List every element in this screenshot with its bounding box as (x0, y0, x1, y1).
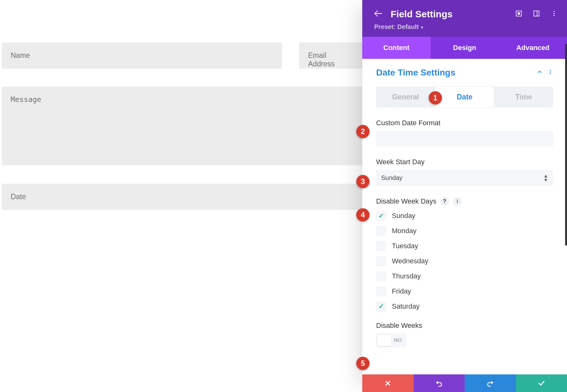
panel-layout-icon[interactable] (533, 10, 540, 18)
inner-tab-general[interactable]: General (376, 87, 435, 108)
panel-body: Date Time Settings General Date Time Cus… (362, 59, 567, 374)
svg-point-11 (457, 201, 458, 202)
name-input[interactable] (2, 42, 282, 69)
disable-week-days-label: Disable Week Days (376, 197, 437, 205)
date-input[interactable] (2, 184, 362, 210)
annotation-marker-2: 2 (356, 125, 369, 138)
day-label: Monday (392, 227, 416, 235)
tab-advanced[interactable]: Advanced (499, 37, 567, 59)
tab-content[interactable]: Content (362, 37, 431, 59)
svg-point-4 (553, 11, 555, 12)
select-caret-icon: ▲▼ (543, 174, 548, 182)
annotation-marker-3: 3 (356, 175, 369, 188)
disable-weeks-toggle[interactable]: NO (376, 333, 406, 347)
week-start-day-value: Sunday (381, 174, 403, 182)
form-canvas: Email Address (0, 0, 362, 210)
email-input[interactable]: Email Address (299, 42, 362, 69)
checkbox-icon (376, 226, 386, 236)
main-tabs: Content Design Advanced (362, 37, 567, 59)
toggle-knob (377, 335, 391, 346)
svg-rect-2 (534, 11, 539, 16)
svg-point-12 (457, 202, 458, 203)
collapse-icon[interactable] (537, 69, 542, 76)
option-more-icon[interactable] (453, 197, 462, 206)
day-label: Wednesday (392, 257, 428, 265)
custom-date-format-label: Custom Date Format (376, 119, 553, 127)
day-label: Sunday (392, 212, 415, 220)
section-more-icon[interactable] (547, 69, 553, 76)
toggle-value: NO (394, 337, 402, 344)
panel-title: Field Settings (391, 9, 509, 20)
inner-tab-time[interactable]: Time (494, 87, 553, 108)
svg-point-8 (550, 71, 551, 72)
preset-selector[interactable]: Preset: Default▼ (374, 23, 558, 31)
checkbox-icon (376, 256, 386, 266)
svg-rect-1 (518, 13, 520, 14)
week-start-day-label: Week Start Day (376, 158, 553, 166)
day-wednesday[interactable]: Wednesday (376, 256, 553, 266)
save-button[interactable] (516, 374, 567, 392)
tab-design[interactable]: Design (431, 37, 499, 59)
annotation-marker-1: 1 (429, 91, 442, 104)
field-settings-panel: Field Settings Preset: Default▼ Content … (362, 0, 567, 392)
day-sunday[interactable]: Sunday (376, 211, 553, 221)
custom-date-format-input[interactable] (376, 131, 553, 147)
inner-tabs: General Date Time (376, 87, 553, 108)
cancel-button[interactable] (362, 374, 414, 392)
day-label: Friday (392, 287, 411, 295)
more-vertical-icon[interactable] (551, 10, 558, 18)
day-saturday[interactable]: Saturday (376, 301, 553, 311)
expand-icon[interactable] (515, 10, 522, 18)
day-label: Saturday (392, 302, 420, 311)
svg-point-7 (550, 70, 551, 71)
svg-point-5 (553, 13, 555, 14)
day-thursday[interactable]: Thursday (376, 271, 553, 281)
checkbox-icon (376, 241, 386, 251)
chevron-down-icon: ▼ (420, 25, 424, 30)
day-monday[interactable]: Monday (376, 226, 553, 236)
svg-point-9 (550, 73, 551, 74)
preset-label: Preset: Default (374, 23, 419, 30)
back-icon[interactable] (374, 9, 383, 19)
annotation-marker-4: 4 (356, 208, 369, 221)
svg-point-10 (457, 200, 458, 201)
inner-tab-date[interactable]: Date (435, 87, 494, 108)
help-icon[interactable]: ? (440, 197, 449, 206)
message-input[interactable] (2, 87, 362, 165)
annotation-marker-5: 5 (356, 357, 369, 370)
panel-header: Field Settings Preset: Default▼ (362, 0, 567, 37)
day-friday[interactable]: Friday (376, 286, 553, 296)
checkbox-icon (376, 301, 386, 311)
disable-week-days-list: Sunday Monday Tuesday Wednesday Thursday… (376, 211, 553, 311)
checkbox-icon (376, 211, 386, 221)
day-label: Tuesday (392, 242, 418, 250)
checkbox-icon (376, 271, 386, 281)
checkbox-icon (376, 286, 386, 296)
redo-button[interactable] (465, 374, 516, 392)
disable-weeks-label: Disable Weeks (376, 322, 553, 330)
scrollbar[interactable] (565, 44, 567, 245)
section-title[interactable]: Date Time Settings (376, 68, 455, 78)
undo-button[interactable] (414, 374, 465, 392)
day-label: Thursday (392, 272, 421, 280)
day-tuesday[interactable]: Tuesday (376, 241, 553, 251)
svg-point-6 (553, 15, 555, 16)
panel-footer (362, 374, 567, 392)
week-start-day-select[interactable]: Sunday ▲▼ (376, 170, 553, 186)
